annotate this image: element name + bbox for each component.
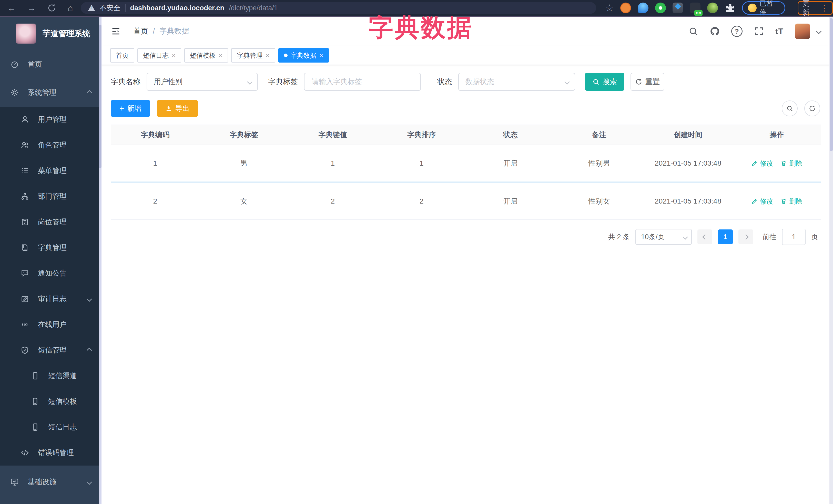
browser-forward-icon[interactable]: →: [27, 4, 36, 12]
status-select[interactable]: 数据状态: [458, 73, 575, 91]
table-row[interactable]: 2 女 2 2 开启 性别女 2021-01-05 17:03:48: [111, 182, 821, 220]
update-label: 更新: [803, 0, 816, 17]
dict-name-select[interactable]: 用户性别: [147, 73, 258, 91]
avatar[interactable]: [795, 24, 810, 39]
toggle-search-button[interactable]: [782, 100, 798, 116]
sidebar-item-audit-log[interactable]: 审计日志: [0, 286, 101, 312]
close-icon[interactable]: ×: [219, 51, 222, 59]
table-row[interactable]: 1 男 1 1 开启 性别男 2021-01-05 17:03:48: [111, 145, 821, 182]
extension-icon[interactable]: [638, 3, 648, 13]
sidebar-item-menus[interactable]: 菜单管理: [0, 158, 101, 184]
sidebar-item-system[interactable]: 系统管理: [0, 78, 101, 106]
prev-page-button[interactable]: [697, 230, 712, 244]
extension-icon[interactable]: [707, 3, 718, 13]
help-icon[interactable]: ?: [731, 26, 742, 37]
sidebar-item-posts[interactable]: 岗位管理: [0, 209, 101, 235]
browser-home-icon[interactable]: ⌂: [68, 4, 73, 12]
browser-reload-icon[interactable]: [47, 3, 56, 13]
url-host: dashboard.yudao.iocoder.cn: [130, 4, 224, 12]
tab-label: 字典管理: [237, 51, 262, 60]
delete-button[interactable]: 删除: [781, 159, 803, 168]
add-button[interactable]: + 新增: [111, 100, 150, 117]
chevron-down-icon: [87, 296, 92, 302]
edit-button[interactable]: 修改: [751, 159, 773, 168]
close-icon[interactable]: ×: [319, 51, 323, 59]
browser-update-button[interactable]: 更新 ⋮: [798, 1, 833, 15]
dict-name-value: 用户性别: [154, 77, 183, 87]
tab-dict-manage[interactable]: 字典管理 ×: [231, 48, 275, 63]
dict-label-input[interactable]: [311, 77, 414, 86]
sidebar-item-sms-channel[interactable]: 短信渠道: [0, 363, 101, 389]
sidebar-toggle-icon[interactable]: [110, 27, 121, 36]
sidebar-item-online-users[interactable]: 在线用户: [0, 312, 101, 337]
bookmark-star-icon[interactable]: ☆: [605, 3, 614, 13]
browser-menu-icon[interactable]: ⋮: [820, 4, 828, 13]
overlay-annotation-title: 字典数据: [368, 11, 473, 45]
cell-remark: 性别女: [555, 182, 644, 220]
extension-icon[interactable]: [655, 3, 666, 13]
next-page-button[interactable]: [738, 230, 753, 244]
window-scrollbar[interactable]: [829, 17, 833, 504]
delete-button[interactable]: 删除: [781, 197, 803, 206]
shield-check-icon: [21, 346, 29, 355]
extensions-puzzle-icon[interactable]: [724, 3, 735, 13]
search-button[interactable]: 搜索: [585, 73, 624, 91]
address-bar[interactable]: 不安全 dashboard.yudao.iocoder.cn /dict/typ…: [81, 2, 596, 14]
cell-sort: 2: [377, 182, 466, 220]
sidebar-item-label: 短信渠道: [48, 371, 77, 381]
sidebar-scrollbar[interactable]: [99, 17, 101, 504]
extension-icon[interactable]: on: [690, 3, 700, 13]
sidebar-item-roles[interactable]: 角色管理: [0, 132, 101, 158]
tab-dict-data[interactable]: 字典数据 ×: [278, 48, 329, 63]
active-tab-dot: [284, 54, 288, 57]
sidebar-item-sms[interactable]: 短信管理: [0, 337, 101, 363]
close-icon[interactable]: ×: [265, 51, 269, 59]
extension-icon[interactable]: [620, 3, 631, 13]
github-icon[interactable]: [710, 26, 720, 37]
sidebar-item-error-codes[interactable]: 错误码管理: [0, 440, 101, 465]
status-placeholder: 数据状态: [466, 77, 494, 87]
font-size-icon[interactable]: tT: [775, 27, 784, 36]
dashboard-icon: [10, 60, 19, 69]
profile-paused-pill[interactable]: 已暂停: [742, 1, 785, 15]
tab-home[interactable]: 首页: [110, 48, 134, 63]
cell-value: 1: [288, 145, 377, 182]
refresh-table-button[interactable]: [804, 100, 820, 116]
sidebar-item-label: 字典管理: [38, 243, 67, 253]
sidebar-item-infrastructure[interactable]: 基础设施: [0, 465, 101, 498]
cell-sort: 1: [377, 145, 466, 182]
sidebar-item-users[interactable]: 用户管理: [0, 106, 101, 132]
browser-back-icon[interactable]: ←: [7, 4, 16, 12]
trash-icon: [781, 198, 787, 205]
breadcrumb-home[interactable]: 首页: [133, 26, 148, 37]
sidebar-item-dict[interactable]: 字典管理: [0, 235, 101, 261]
tab-sms-template[interactable]: 短信模板 ×: [184, 48, 228, 63]
sidebar-item-home[interactable]: 首页: [0, 50, 101, 78]
chevron-down-icon[interactable]: [816, 28, 822, 34]
tab-sms-log[interactable]: 短信日志 ×: [137, 48, 181, 63]
goto-page-input[interactable]: [782, 229, 806, 245]
edit-label: 修改: [760, 159, 773, 168]
fullscreen-icon[interactable]: [754, 26, 764, 37]
sidebar-item-departments[interactable]: 部门管理: [0, 184, 101, 209]
app-logo[interactable]: 芋道管理系统: [0, 17, 101, 50]
download-icon: [165, 105, 172, 112]
close-icon[interactable]: ×: [172, 51, 175, 59]
edit-button[interactable]: 修改: [751, 197, 773, 206]
page-size-select[interactable]: 10条/页: [635, 229, 692, 245]
sidebar-item-notice[interactable]: 通知公告: [0, 261, 101, 286]
header-search-icon[interactable]: [688, 26, 698, 37]
sidebar-item-label: 通知公告: [38, 268, 67, 278]
page-number-active[interactable]: 1: [718, 230, 733, 244]
col-header: 备注: [555, 125, 644, 145]
main-content: 首页 / 字典数据 ? tT 首: [101, 17, 829, 504]
search-icon: [786, 105, 793, 112]
col-header: 字典标签: [200, 125, 289, 145]
export-button[interactable]: 导出: [157, 100, 198, 117]
extension-icon[interactable]: [672, 3, 683, 13]
sidebar-item-sms-template[interactable]: 短信模板: [0, 389, 101, 414]
reset-button[interactable]: 重置: [630, 73, 664, 91]
cell-remark: 性别男: [555, 145, 644, 182]
sidebar-item-label: 短信模板: [48, 397, 77, 406]
sidebar-item-sms-log[interactable]: 短信日志: [0, 414, 101, 440]
